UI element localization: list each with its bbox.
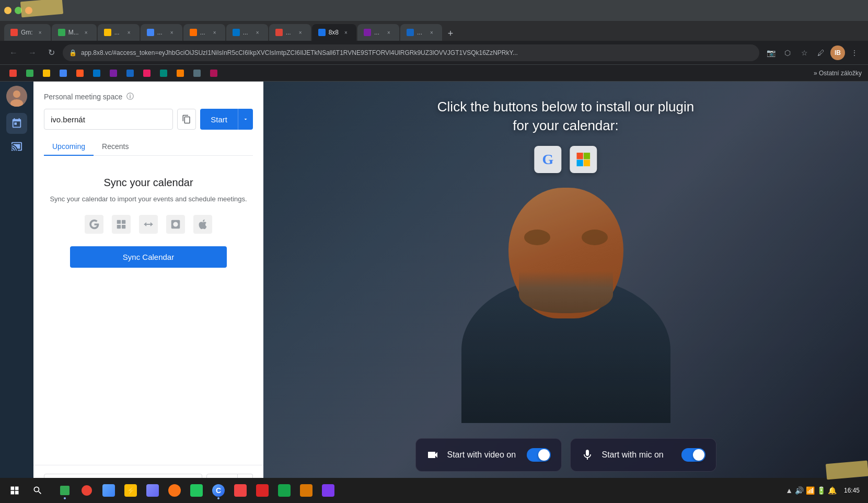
video-toggle[interactable] xyxy=(527,448,551,462)
taskbar-app-1[interactable] xyxy=(54,480,75,501)
exchange-calendar-icon[interactable] xyxy=(139,215,158,234)
tab-label: ... xyxy=(200,29,205,36)
tab-close-icon[interactable]: × xyxy=(253,28,262,37)
app-icon-7 xyxy=(190,484,203,497)
taskbar-apps: ⚡ C xyxy=(50,480,779,501)
mic-control-pill: Start with mic on xyxy=(570,438,716,472)
extension-icon[interactable]: ⬡ xyxy=(780,45,795,60)
mic-toggle[interactable] xyxy=(681,448,705,462)
profile-avatar-icon[interactable]: IB xyxy=(830,45,845,60)
new-tab-button[interactable]: + xyxy=(443,26,458,41)
tab-close-icon[interactable]: × xyxy=(342,28,350,37)
browser-menu-icon[interactable]: ⋮ xyxy=(847,45,862,60)
start-meeting-dropdown[interactable] xyxy=(238,109,253,130)
bookmark-item-7[interactable] xyxy=(107,68,120,78)
tab-close-icon[interactable]: × xyxy=(125,28,133,37)
tab-close-icon[interactable]: × xyxy=(427,28,436,37)
copy-meeting-id-button[interactable] xyxy=(177,109,196,130)
refresh-button[interactable]: ↻ xyxy=(44,45,59,60)
bookmark-icon[interactable]: ☆ xyxy=(797,45,812,60)
bookmark-item-8[interactable] xyxy=(123,68,137,78)
speaker-tray-icon[interactable]: 🔊 xyxy=(795,486,804,495)
apple-calendar-icon[interactable] xyxy=(193,215,212,234)
bookmark-item-3[interactable] xyxy=(40,68,53,78)
taskbar-app-10[interactable] xyxy=(252,480,273,501)
bookmark-item-9[interactable] xyxy=(140,68,154,78)
info-icon[interactable]: ⓘ xyxy=(126,92,134,101)
tab-close-icon[interactable]: × xyxy=(36,28,44,37)
bookmark-item-6[interactable] xyxy=(90,68,103,78)
chevron-down-icon xyxy=(242,116,249,122)
taskbar-app-7[interactable] xyxy=(186,480,207,501)
battery-tray-icon[interactable]: 🔋 xyxy=(817,486,826,495)
tab-close-icon[interactable]: × xyxy=(168,28,176,37)
browser-tab-7[interactable]: ... × xyxy=(269,24,311,41)
taskbar-app-2[interactable] xyxy=(76,480,97,501)
address-bar[interactable]: 🔒 app.8x8.vc/#access_token=eyJhbGciOiJSU… xyxy=(63,44,759,61)
tab-recents[interactable]: Recents xyxy=(94,138,137,156)
tab-label: ... xyxy=(286,29,291,36)
google-plugin-button[interactable]: G xyxy=(534,146,561,173)
taskbar-app-11[interactable] xyxy=(274,480,295,501)
start-menu-button[interactable] xyxy=(4,480,25,501)
meeting-id-input[interactable] xyxy=(44,109,173,130)
bookmark-item-5[interactable] xyxy=(73,68,87,78)
office-calendar-icon[interactable] xyxy=(112,215,131,234)
taskbar-app-6[interactable] xyxy=(164,480,185,501)
taskbar-app-13[interactable] xyxy=(318,480,339,501)
network-tray-icon[interactable]: ▲ xyxy=(785,486,793,495)
google-calendar-icon[interactable] xyxy=(85,215,103,234)
browser-tab-9[interactable]: ... × xyxy=(357,24,399,41)
notification-tray-icon[interactable]: 🔔 xyxy=(828,486,837,495)
tab-close-icon[interactable]: × xyxy=(211,28,219,37)
app-icon-10 xyxy=(256,484,269,497)
sync-calendar-button[interactable]: Sync Calendar xyxy=(70,246,227,268)
more-bookmarks-label[interactable]: » Ostatní záložky xyxy=(814,70,862,77)
tab-close-icon[interactable]: × xyxy=(82,28,90,37)
microsoft-plugin-button[interactable] xyxy=(570,146,597,173)
back-button[interactable]: ← xyxy=(6,45,21,60)
sidebar-item-calendar[interactable] xyxy=(6,113,27,134)
taskbar-app-4[interactable]: ⚡ xyxy=(120,480,141,501)
tab-close-icon[interactable]: × xyxy=(385,28,393,37)
bookmark-item-4[interactable] xyxy=(56,68,70,78)
bookmark-favicon xyxy=(177,70,184,77)
bookmark-item-10[interactable] xyxy=(157,68,170,78)
tab-upcoming[interactable]: Upcoming xyxy=(44,138,94,156)
start-button-group: Start xyxy=(200,109,253,130)
bookmark-item-12[interactable] xyxy=(190,68,204,78)
bookmark-item-13[interactable] xyxy=(207,68,221,78)
taskbar-app-8[interactable]: C xyxy=(208,480,229,501)
browser-tab-gmail[interactable]: Gm: × xyxy=(4,24,51,41)
bookmark-item-2[interactable] xyxy=(23,68,37,78)
browser-tab-6[interactable]: ... × xyxy=(226,24,268,41)
user-avatar[interactable] xyxy=(6,86,27,107)
start-meeting-button[interactable]: Start xyxy=(200,109,238,130)
app-icon-6 xyxy=(168,484,181,497)
bookmark-item-11[interactable] xyxy=(173,68,187,78)
browser-tab-5[interactable]: ... × xyxy=(183,24,225,41)
search-taskbar-button[interactable] xyxy=(27,480,48,501)
bookmark-favicon xyxy=(210,70,217,77)
wifi-tray-icon[interactable]: 📶 xyxy=(806,486,815,495)
outlook-calendar-icon[interactable] xyxy=(166,215,185,234)
minimize-button[interactable] xyxy=(4,7,11,14)
color-picker-icon[interactable]: 🖊 xyxy=(814,45,828,60)
taskbar-app-12[interactable] xyxy=(296,480,317,501)
plugin-icons-row: G xyxy=(437,146,694,173)
taskbar-app-9[interactable] xyxy=(230,480,251,501)
browser-tab-10[interactable]: ... × xyxy=(400,24,442,41)
bookmark-item-1[interactable] xyxy=(6,68,20,78)
browser-tab-4[interactable]: ... × xyxy=(141,24,182,41)
cast-browser-icon[interactable]: 📷 xyxy=(763,45,778,60)
forward-button[interactable]: → xyxy=(25,45,40,60)
browser-tab-8x8[interactable]: 8x8 × xyxy=(312,24,356,41)
office-icon xyxy=(115,219,127,230)
chrome-icon: C xyxy=(212,484,225,497)
taskbar-app-3[interactable] xyxy=(98,480,119,501)
sidebar-item-cast[interactable] xyxy=(6,136,27,157)
browser-tab-3[interactable]: ... × xyxy=(98,24,140,41)
tab-close-icon[interactable]: × xyxy=(296,28,305,37)
browser-tab-2[interactable]: M... × xyxy=(52,24,97,41)
taskbar-app-5[interactable] xyxy=(142,480,163,501)
